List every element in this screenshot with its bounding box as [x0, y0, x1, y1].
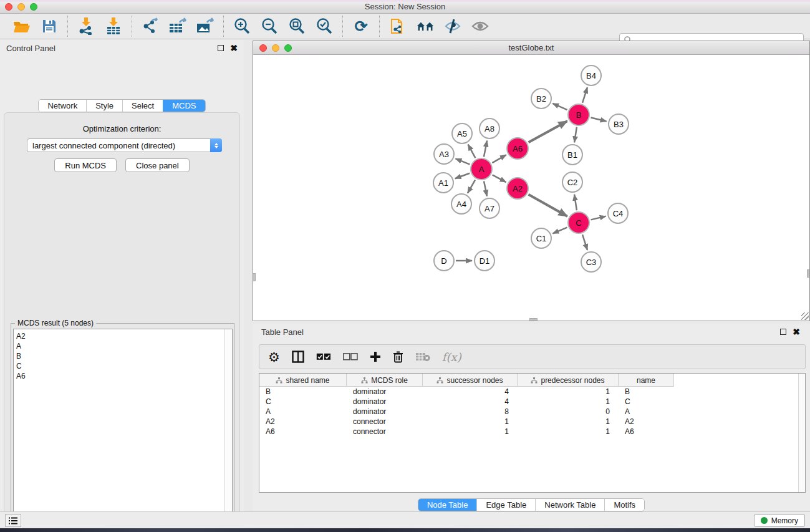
node-B1[interactable]: B1: [562, 144, 583, 165]
table-scrollbar[interactable]: [798, 374, 805, 492]
node-B4[interactable]: B4: [581, 65, 602, 86]
import-network-button[interactable]: [77, 17, 95, 36]
edge-A2-C[interactable]: [528, 195, 567, 216]
memory-button[interactable]: Memory: [754, 514, 805, 527]
cell-predecessor-nodes[interactable]: 1: [518, 387, 619, 396]
close-panel-icon[interactable]: ✖: [230, 44, 238, 52]
zoom-in-button[interactable]: [233, 17, 251, 36]
delete-table-button[interactable]: [415, 349, 430, 364]
refresh-layout-button[interactable]: ⟳: [352, 17, 370, 36]
edge-A6-B[interactable]: [529, 121, 567, 142]
cell-shared-name[interactable]: B: [259, 387, 347, 396]
cell-shared-name[interactable]: A2: [259, 417, 347, 426]
column-header-MCDS-role[interactable]: MCDS role: [347, 374, 423, 387]
export-image-button[interactable]: [196, 17, 215, 36]
cell-predecessor-nodes[interactable]: 1: [518, 417, 619, 426]
edge-A-A1[interactable]: [455, 173, 470, 178]
node-A[interactable]: A: [470, 158, 493, 180]
cell-name[interactable]: B: [619, 387, 674, 396]
node-D[interactable]: D: [433, 250, 455, 271]
node-table[interactable]: shared nameMCDS rolesuccessor nodesprede…: [259, 373, 806, 493]
cell-name[interactable]: C: [619, 397, 674, 406]
export-table-button[interactable]: [168, 17, 187, 36]
run-mcds-button[interactable]: Run MCDS: [54, 158, 117, 172]
table-float-panel-icon[interactable]: [780, 329, 786, 335]
resize-grip[interactable]: [801, 312, 809, 320]
deselect-all-button[interactable]: [343, 349, 358, 364]
minimize-window-icon[interactable]: [17, 3, 25, 11]
node-A5[interactable]: A5: [451, 123, 473, 144]
delete-column-button[interactable]: [393, 349, 403, 364]
table-row[interactable]: Adominator80A: [259, 407, 805, 417]
table-row[interactable]: A6connector11A6: [259, 427, 805, 437]
node-A8[interactable]: A8: [479, 118, 500, 139]
zoom-out-button[interactable]: [260, 17, 279, 36]
cell-MCDS-role[interactable]: connector: [347, 417, 423, 426]
result-item[interactable]: A2: [16, 331, 222, 341]
tab-edge-table[interactable]: Edge Table: [476, 499, 535, 511]
cell-shared-name[interactable]: C: [259, 397, 347, 406]
close-window-icon[interactable]: [5, 3, 12, 11]
cell-name[interactable]: A6: [619, 427, 674, 436]
edge-A-A4[interactable]: [468, 180, 475, 193]
zoom-fit-button[interactable]: [287, 17, 306, 36]
cell-predecessor-nodes[interactable]: 1: [518, 427, 619, 436]
cell-shared-name[interactable]: A6: [259, 427, 347, 436]
network-maximize-icon[interactable]: [284, 44, 292, 52]
tab-motifs[interactable]: Motifs: [604, 499, 644, 511]
cell-successor-nodes[interactable]: 1: [423, 417, 518, 426]
network-document-button[interactable]: [388, 17, 407, 36]
open-session-button[interactable]: [12, 17, 31, 36]
cell-predecessor-nodes[interactable]: 1: [518, 397, 619, 406]
tab-network[interactable]: Network: [39, 100, 86, 112]
node-B2[interactable]: B2: [531, 88, 552, 109]
node-C3[interactable]: C3: [581, 251, 602, 273]
column-header-predecessor-nodes[interactable]: predecessor nodes: [518, 374, 619, 387]
import-table-button[interactable]: [104, 17, 123, 36]
cell-MCDS-role[interactable]: dominator: [347, 387, 423, 396]
node-A4[interactable]: A4: [451, 193, 472, 215]
tab-mcds[interactable]: MCDS: [163, 100, 205, 112]
node-C4[interactable]: C4: [607, 203, 629, 224]
node-A7[interactable]: A7: [479, 198, 500, 219]
result-scrollbar[interactable]: [224, 329, 232, 532]
cell-name[interactable]: A2: [619, 417, 674, 426]
node-C1[interactable]: C1: [531, 228, 552, 249]
node-A1[interactable]: A1: [433, 172, 454, 193]
maximize-window-icon[interactable]: [30, 3, 37, 11]
node-A2[interactable]: A2: [506, 177, 529, 200]
node-C2[interactable]: C2: [562, 172, 583, 193]
result-item[interactable]: A: [16, 341, 222, 351]
home-pair-button[interactable]: [416, 17, 435, 36]
export-network-button[interactable]: [141, 17, 160, 36]
column-visibility-button[interactable]: [292, 349, 304, 364]
network-minimize-icon[interactable]: [272, 44, 279, 52]
add-column-button[interactable]: [370, 349, 381, 364]
column-header-name[interactable]: name: [619, 374, 674, 387]
tab-node-table[interactable]: Node Table: [418, 499, 477, 511]
edge-B-B2[interactable]: [552, 104, 567, 110]
cell-successor-nodes[interactable]: 4: [423, 387, 518, 396]
cell-successor-nodes[interactable]: 1: [423, 427, 518, 436]
node-A3[interactable]: A3: [433, 143, 455, 165]
hide-visual-style-button[interactable]: [443, 17, 462, 36]
cell-name[interactable]: A: [619, 407, 674, 416]
edge-A-A3[interactable]: [456, 158, 470, 164]
column-header-successor-nodes[interactable]: successor nodes: [423, 374, 518, 387]
cell-MCDS-role[interactable]: dominator: [347, 407, 423, 416]
edge-C-C1[interactable]: [552, 228, 567, 234]
node-A6[interactable]: A6: [506, 137, 529, 160]
node-B3[interactable]: B3: [608, 114, 629, 135]
edge-A-A5[interactable]: [468, 145, 476, 158]
network-close-icon[interactable]: [259, 44, 267, 52]
node-D1[interactable]: D1: [474, 250, 495, 271]
table-settings-button[interactable]: ⚙: [268, 349, 280, 364]
node-C[interactable]: C: [567, 211, 590, 234]
edge-A-A2[interactable]: [493, 175, 506, 182]
function-builder-button[interactable]: f(x): [442, 349, 461, 364]
column-header-shared-name[interactable]: shared name: [259, 374, 347, 387]
task-history-button[interactable]: [5, 514, 21, 527]
result-item[interactable]: C: [16, 361, 222, 371]
mcds-result-list[interactable]: A2ABCA6: [13, 329, 233, 532]
edge-A-A6[interactable]: [492, 155, 506, 163]
